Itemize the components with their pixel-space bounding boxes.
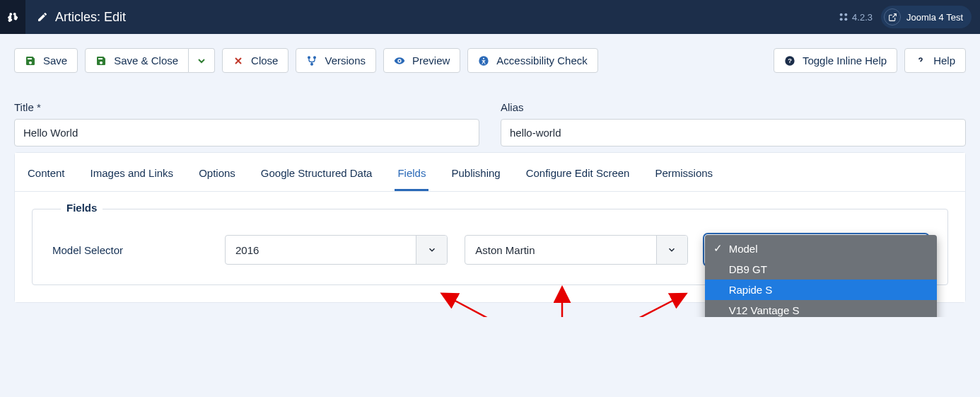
save-icon [95, 55, 107, 67]
tab-images-and-links[interactable]: Images and Links [88, 163, 177, 191]
info-icon: ? [784, 55, 795, 67]
dropdown-option-label: Rapide S [729, 284, 773, 296]
help-button[interactable]: Help [904, 48, 966, 73]
chevron-down-icon [656, 236, 687, 264]
close-button[interactable]: Close [222, 48, 288, 73]
svg-point-4 [308, 57, 310, 59]
make-select-value: Aston Martin [465, 244, 544, 256]
topbar-left: Articles: Edit [0, 0, 126, 34]
alias-label: Alias [501, 101, 966, 113]
tab-publishing[interactable]: Publishing [448, 163, 503, 191]
dropdown-option[interactable]: V12 Vantage S [705, 300, 937, 317]
tab-configure-edit-screen[interactable]: Configure Edit Screen [523, 163, 633, 191]
svg-point-3 [844, 18, 847, 21]
dropdown-option-label: Model [729, 243, 758, 255]
svg-text:?: ? [788, 57, 792, 64]
chevron-down-icon [416, 236, 447, 264]
tab-google-structured-data[interactable]: Google Structured Data [258, 163, 375, 191]
tab-options[interactable]: Options [196, 163, 238, 191]
joomla-logo[interactable] [0, 0, 25, 34]
fieldset-legend: Fields [61, 202, 103, 214]
joomla-icon [7, 11, 18, 23]
alias-input[interactable] [501, 119, 966, 146]
tab-permissions[interactable]: Permissions [652, 163, 716, 191]
external-link-icon [884, 8, 901, 25]
save-icon [25, 55, 36, 67]
model-selector-label: Model Selector [52, 244, 208, 256]
save-close-group: Save & Close [85, 48, 215, 73]
toggle-inline-help-button[interactable]: ? Toggle Inline Help [774, 48, 897, 73]
svg-point-0 [840, 13, 843, 16]
save-button[interactable]: Save [14, 48, 78, 73]
save-close-button[interactable]: Save & Close [85, 48, 189, 73]
model-dropdown: ✓ModelDB9 GTRapide SV12 Vantage SV8 Vant… [705, 235, 937, 317]
pencil-icon [37, 11, 48, 23]
branch-icon [306, 55, 317, 67]
check-icon: ✓ [713, 242, 723, 255]
eye-icon [394, 55, 405, 67]
fields-fieldset: Fields Model Selector 2016 Aston Martin [32, 209, 948, 285]
versions-button[interactable]: Versions [296, 48, 376, 73]
svg-point-8 [483, 57, 484, 59]
preview-button[interactable]: Preview [383, 48, 460, 73]
svg-point-5 [314, 57, 316, 59]
dropdown-option[interactable]: Rapide S [705, 280, 937, 300]
topbar-right: 4.2.3 Joomla 4 Test [838, 6, 972, 28]
title-input[interactable] [14, 119, 479, 146]
site-name: Joomla 4 Test [906, 12, 963, 23]
tab-fields[interactable]: Fields [395, 163, 428, 191]
open-site-button[interactable]: Joomla 4 Test [881, 6, 972, 28]
tab-content[interactable]: Content [25, 163, 68, 191]
svg-point-6 [311, 63, 313, 65]
joomla-small-icon [838, 11, 849, 23]
svg-point-1 [844, 13, 847, 16]
accessibility-icon [478, 55, 489, 67]
tabs: ContentImages and LinksOptionsGoogle Str… [15, 153, 965, 192]
make-select[interactable]: Aston Martin [465, 235, 687, 265]
page-title: Articles: Edit [55, 10, 126, 25]
year-select[interactable]: 2016 [225, 235, 448, 265]
close-icon [233, 55, 244, 67]
dropdown-option-label: DB9 GT [729, 263, 767, 275]
topbar: Articles: Edit 4.2.3 Joomla 4 Test [0, 0, 980, 34]
page-title-wrap: Articles: Edit [25, 10, 126, 25]
model-selector-row: Model Selector 2016 Aston Martin Mo [52, 235, 928, 265]
question-icon [915, 55, 926, 67]
dropdown-option-label: V12 Vantage S [729, 304, 800, 316]
content-panel: ContentImages and LinksOptionsGoogle Str… [14, 152, 966, 303]
year-select-value: 2016 [226, 244, 269, 256]
version-badge: 4.2.3 [838, 11, 873, 23]
title-label: Title * [14, 101, 479, 113]
chevron-down-icon [196, 55, 207, 67]
dropdown-option[interactable]: DB9 GT [705, 259, 937, 280]
save-close-dropdown[interactable] [189, 48, 215, 73]
dropdown-option[interactable]: ✓Model [705, 238, 937, 259]
model-select[interactable]: Model ✓ModelDB9 GTRapide SV12 Vantage SV… [705, 235, 928, 265]
svg-point-2 [840, 18, 843, 21]
accessibility-button[interactable]: Accessibility Check [467, 48, 597, 73]
toolbar: Save Save & Close Close Versions Preview… [0, 34, 980, 87]
title-alias-row: Title * Alias [0, 87, 980, 152]
